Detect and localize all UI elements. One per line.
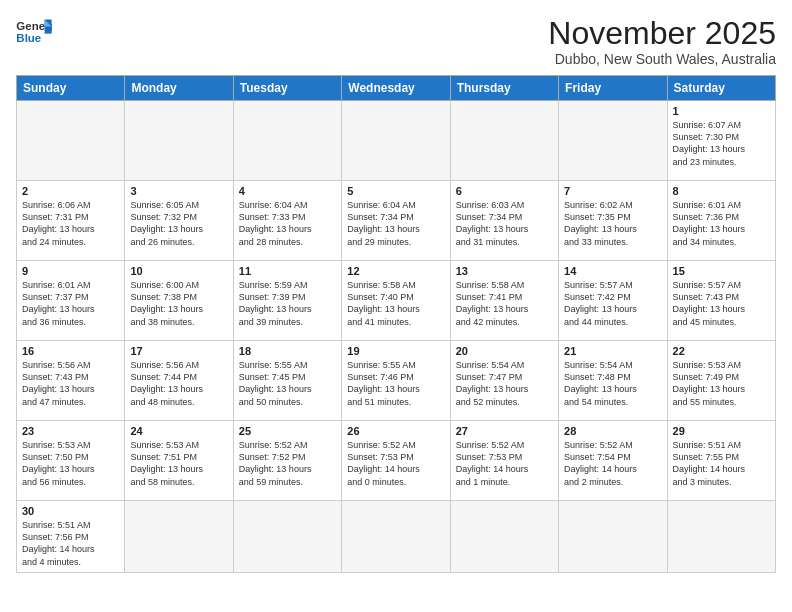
- day-info: Sunrise: 5:53 AM Sunset: 7:49 PM Dayligh…: [673, 359, 770, 408]
- calendar-day-cell: [450, 101, 558, 181]
- calendar-day-cell: 14Sunrise: 5:57 AM Sunset: 7:42 PM Dayli…: [559, 261, 667, 341]
- calendar-day-cell: 12Sunrise: 5:58 AM Sunset: 7:40 PM Dayli…: [342, 261, 450, 341]
- day-info: Sunrise: 5:57 AM Sunset: 7:42 PM Dayligh…: [564, 279, 661, 328]
- calendar-week-row: 2Sunrise: 6:06 AM Sunset: 7:31 PM Daylig…: [17, 181, 776, 261]
- calendar-week-row: 23Sunrise: 5:53 AM Sunset: 7:50 PM Dayli…: [17, 421, 776, 501]
- calendar-week-row: 30Sunrise: 5:51 AM Sunset: 7:56 PM Dayli…: [17, 501, 776, 573]
- day-number: 17: [130, 345, 227, 357]
- weekday-header: Sunday: [17, 76, 125, 101]
- day-number: 6: [456, 185, 553, 197]
- calendar-day-cell: [667, 501, 775, 573]
- day-info: Sunrise: 6:01 AM Sunset: 7:36 PM Dayligh…: [673, 199, 770, 248]
- calendar-day-cell: 5Sunrise: 6:04 AM Sunset: 7:34 PM Daylig…: [342, 181, 450, 261]
- calendar-day-cell: [559, 101, 667, 181]
- calendar-day-cell: [17, 101, 125, 181]
- calendar-day-cell: [342, 501, 450, 573]
- day-number: 22: [673, 345, 770, 357]
- day-info: Sunrise: 5:54 AM Sunset: 7:47 PM Dayligh…: [456, 359, 553, 408]
- calendar-day-cell: 25Sunrise: 5:52 AM Sunset: 7:52 PM Dayli…: [233, 421, 341, 501]
- month-title: November 2025: [548, 16, 776, 51]
- calendar-day-cell: 24Sunrise: 5:53 AM Sunset: 7:51 PM Dayli…: [125, 421, 233, 501]
- day-number: 18: [239, 345, 336, 357]
- title-section: November 2025 Dubbo, New South Wales, Au…: [548, 16, 776, 67]
- day-number: 4: [239, 185, 336, 197]
- day-number: 16: [22, 345, 119, 357]
- day-number: 28: [564, 425, 661, 437]
- day-info: Sunrise: 5:52 AM Sunset: 7:53 PM Dayligh…: [347, 439, 444, 488]
- day-number: 20: [456, 345, 553, 357]
- day-info: Sunrise: 5:56 AM Sunset: 7:44 PM Dayligh…: [130, 359, 227, 408]
- day-number: 14: [564, 265, 661, 277]
- calendar-day-cell: 16Sunrise: 5:56 AM Sunset: 7:43 PM Dayli…: [17, 341, 125, 421]
- calendar-day-cell: [125, 101, 233, 181]
- calendar-day-cell: 17Sunrise: 5:56 AM Sunset: 7:44 PM Dayli…: [125, 341, 233, 421]
- day-number: 2: [22, 185, 119, 197]
- day-info: Sunrise: 5:56 AM Sunset: 7:43 PM Dayligh…: [22, 359, 119, 408]
- day-info: Sunrise: 6:01 AM Sunset: 7:37 PM Dayligh…: [22, 279, 119, 328]
- day-info: Sunrise: 6:02 AM Sunset: 7:35 PM Dayligh…: [564, 199, 661, 248]
- day-number: 29: [673, 425, 770, 437]
- day-number: 9: [22, 265, 119, 277]
- calendar-day-cell: 29Sunrise: 5:51 AM Sunset: 7:55 PM Dayli…: [667, 421, 775, 501]
- day-info: Sunrise: 5:53 AM Sunset: 7:50 PM Dayligh…: [22, 439, 119, 488]
- calendar-day-cell: 8Sunrise: 6:01 AM Sunset: 7:36 PM Daylig…: [667, 181, 775, 261]
- calendar-day-cell: 19Sunrise: 5:55 AM Sunset: 7:46 PM Dayli…: [342, 341, 450, 421]
- calendar-day-cell: [450, 501, 558, 573]
- day-info: Sunrise: 5:54 AM Sunset: 7:48 PM Dayligh…: [564, 359, 661, 408]
- calendar-day-cell: 18Sunrise: 5:55 AM Sunset: 7:45 PM Dayli…: [233, 341, 341, 421]
- weekday-header: Saturday: [667, 76, 775, 101]
- day-info: Sunrise: 5:58 AM Sunset: 7:40 PM Dayligh…: [347, 279, 444, 328]
- calendar-day-cell: [233, 101, 341, 181]
- logo-icon: General Blue: [16, 16, 52, 46]
- calendar-day-cell: 21Sunrise: 5:54 AM Sunset: 7:48 PM Dayli…: [559, 341, 667, 421]
- weekday-header: Thursday: [450, 76, 558, 101]
- day-info: Sunrise: 6:05 AM Sunset: 7:32 PM Dayligh…: [130, 199, 227, 248]
- svg-text:Blue: Blue: [16, 32, 41, 44]
- calendar-day-cell: 22Sunrise: 5:53 AM Sunset: 7:49 PM Dayli…: [667, 341, 775, 421]
- logo: General Blue: [16, 16, 52, 46]
- calendar-table: SundayMondayTuesdayWednesdayThursdayFrid…: [16, 75, 776, 573]
- calendar-day-cell: 20Sunrise: 5:54 AM Sunset: 7:47 PM Dayli…: [450, 341, 558, 421]
- day-number: 25: [239, 425, 336, 437]
- location-subtitle: Dubbo, New South Wales, Australia: [548, 51, 776, 67]
- day-info: Sunrise: 5:57 AM Sunset: 7:43 PM Dayligh…: [673, 279, 770, 328]
- calendar-header-row: SundayMondayTuesdayWednesdayThursdayFrid…: [17, 76, 776, 101]
- day-number: 19: [347, 345, 444, 357]
- day-number: 21: [564, 345, 661, 357]
- day-info: Sunrise: 6:07 AM Sunset: 7:30 PM Dayligh…: [673, 119, 770, 168]
- calendar-day-cell: 9Sunrise: 6:01 AM Sunset: 7:37 PM Daylig…: [17, 261, 125, 341]
- day-info: Sunrise: 5:52 AM Sunset: 7:53 PM Dayligh…: [456, 439, 553, 488]
- day-info: Sunrise: 5:52 AM Sunset: 7:54 PM Dayligh…: [564, 439, 661, 488]
- day-number: 26: [347, 425, 444, 437]
- day-info: Sunrise: 6:03 AM Sunset: 7:34 PM Dayligh…: [456, 199, 553, 248]
- day-number: 5: [347, 185, 444, 197]
- calendar-day-cell: 15Sunrise: 5:57 AM Sunset: 7:43 PM Dayli…: [667, 261, 775, 341]
- day-info: Sunrise: 6:04 AM Sunset: 7:34 PM Dayligh…: [347, 199, 444, 248]
- weekday-header: Monday: [125, 76, 233, 101]
- day-number: 13: [456, 265, 553, 277]
- day-number: 30: [22, 505, 119, 517]
- calendar-week-row: 1Sunrise: 6:07 AM Sunset: 7:30 PM Daylig…: [17, 101, 776, 181]
- calendar-day-cell: [559, 501, 667, 573]
- day-number: 15: [673, 265, 770, 277]
- calendar-day-cell: 2Sunrise: 6:06 AM Sunset: 7:31 PM Daylig…: [17, 181, 125, 261]
- day-number: 23: [22, 425, 119, 437]
- day-number: 11: [239, 265, 336, 277]
- calendar-day-cell: 27Sunrise: 5:52 AM Sunset: 7:53 PM Dayli…: [450, 421, 558, 501]
- calendar-day-cell: 1Sunrise: 6:07 AM Sunset: 7:30 PM Daylig…: [667, 101, 775, 181]
- day-number: 24: [130, 425, 227, 437]
- calendar-day-cell: 23Sunrise: 5:53 AM Sunset: 7:50 PM Dayli…: [17, 421, 125, 501]
- day-info: Sunrise: 5:52 AM Sunset: 7:52 PM Dayligh…: [239, 439, 336, 488]
- day-number: 3: [130, 185, 227, 197]
- day-number: 7: [564, 185, 661, 197]
- day-info: Sunrise: 5:51 AM Sunset: 7:56 PM Dayligh…: [22, 519, 119, 568]
- calendar-week-row: 9Sunrise: 6:01 AM Sunset: 7:37 PM Daylig…: [17, 261, 776, 341]
- day-info: Sunrise: 5:55 AM Sunset: 7:46 PM Dayligh…: [347, 359, 444, 408]
- day-info: Sunrise: 5:59 AM Sunset: 7:39 PM Dayligh…: [239, 279, 336, 328]
- page-header: General Blue November 2025 Dubbo, New So…: [16, 16, 776, 67]
- calendar-day-cell: 13Sunrise: 5:58 AM Sunset: 7:41 PM Dayli…: [450, 261, 558, 341]
- calendar-day-cell: 6Sunrise: 6:03 AM Sunset: 7:34 PM Daylig…: [450, 181, 558, 261]
- calendar-day-cell: 7Sunrise: 6:02 AM Sunset: 7:35 PM Daylig…: [559, 181, 667, 261]
- day-info: Sunrise: 5:53 AM Sunset: 7:51 PM Dayligh…: [130, 439, 227, 488]
- day-number: 8: [673, 185, 770, 197]
